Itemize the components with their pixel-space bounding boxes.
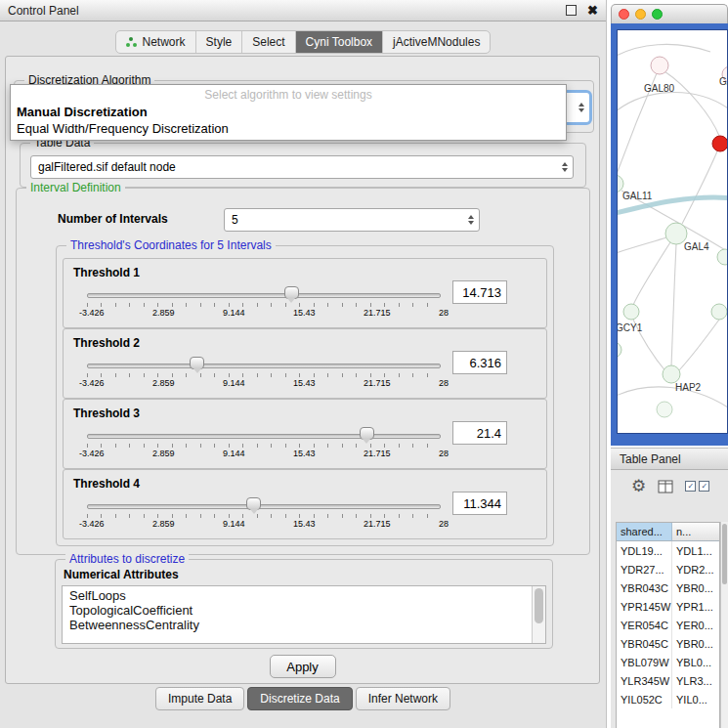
- table-row[interactable]: YDL19...YDL1...: [617, 541, 719, 560]
- table-cell[interactable]: YLR3...: [672, 671, 719, 690]
- slider-track[interactable]: [87, 504, 441, 509]
- scale-tick-label: 9.144: [223, 308, 245, 318]
- number-of-intervals-combobox[interactable]: 5: [224, 208, 480, 232]
- slider-thumb[interactable]: [190, 357, 204, 369]
- network-node[interactable]: [717, 249, 728, 265]
- column-layout-icon[interactable]: [658, 480, 673, 493]
- threshold-value-field[interactable]: 6.316: [452, 351, 507, 374]
- table-cell[interactable]: YDL1...: [672, 541, 719, 560]
- network-nodes: GAL80GAGAL11GAL4GCY1HAP2: [618, 57, 728, 417]
- gear-icon[interactable]: ⚙: [631, 478, 646, 494]
- network-window-titlebar[interactable]: [611, 4, 728, 23]
- combobox-stepper-icon: [468, 215, 474, 225]
- table-cell[interactable]: YER0...: [672, 616, 719, 634]
- slider-ticks: [87, 514, 441, 518]
- table-row[interactable]: YPR145WYPR1...: [617, 597, 719, 616]
- close-traffic-light-icon[interactable]: [619, 9, 629, 20]
- scale-tick-label: 15.43: [293, 449, 316, 458]
- table-cell[interactable]: YBR043C: [617, 578, 672, 597]
- table-row[interactable]: YBR045CYBR0...: [617, 634, 719, 653]
- slider-track[interactable]: [87, 434, 441, 439]
- network-node-gcy1[interactable]: [623, 304, 639, 320]
- attributes-list-items: SelfLoopsTopologicalCoefficientBetweenne…: [63, 588, 545, 632]
- table-cell[interactable]: YPR1...: [672, 597, 719, 616]
- threshold-value-field[interactable]: 14.713: [452, 280, 507, 304]
- network-node[interactable]: [657, 402, 672, 417]
- threshold-slider[interactable]: -3.4262.8599.14415.4321.71528: [87, 355, 441, 392]
- tab-style[interactable]: Style: [195, 31, 242, 53]
- table-cell[interactable]: YIL0...: [672, 690, 719, 708]
- scrollbar-thumb[interactable]: [535, 588, 543, 623]
- network-node[interactable]: [618, 342, 621, 358]
- table-scrollbar[interactable]: [720, 522, 728, 728]
- network-node-hap2[interactable]: [663, 365, 680, 383]
- table-cell[interactable]: YBL079W: [617, 653, 672, 671]
- table-row[interactable]: YBR043CYBR0...: [617, 578, 719, 597]
- scale-tick-label: 21.715: [364, 378, 391, 388]
- slider-thumb[interactable]: [360, 427, 374, 440]
- table-data-combobox[interactable]: galFiltered.sif default node: [30, 155, 574, 179]
- attribute-item-selfloops[interactable]: SelfLoops: [69, 588, 545, 603]
- scale-tick-label: 9.144: [223, 449, 245, 458]
- table-cell[interactable]: YDR27...: [617, 560, 672, 578]
- tab-impute-data[interactable]: Impute Data: [155, 687, 244, 710]
- threshold-value-field[interactable]: 21.4: [452, 421, 507, 445]
- tab-discretize-data[interactable]: Discretize Data: [247, 687, 352, 710]
- threshold-slider[interactable]: -3.4262.8599.14415.4321.71528: [87, 425, 441, 462]
- slider-track[interactable]: [87, 364, 441, 368]
- table-cell[interactable]: YBR045C: [617, 634, 672, 653]
- slider-track[interactable]: [87, 293, 441, 298]
- table-row[interactable]: YBL079WYBL0...: [617, 653, 719, 671]
- network-node[interactable]: [712, 136, 728, 151]
- threshold-slider[interactable]: -3.4262.8599.14415.4321.71528: [87, 495, 441, 533]
- checkbox-icon[interactable]: ✓: [699, 481, 709, 492]
- table-panel-titlebar[interactable]: Table Panel: [611, 448, 728, 470]
- table-cell[interactable]: YBL0...: [672, 653, 719, 671]
- tab-select[interactable]: Select: [241, 31, 294, 53]
- column-header-n[interactable]: n...: [672, 523, 719, 541]
- threshold-value-field[interactable]: 11.344: [452, 492, 507, 515]
- network-edge: [633, 242, 670, 305]
- thresholds-group: Threshold's Coordinates for 5 Intervals …: [56, 245, 554, 546]
- float-window-icon[interactable]: [566, 5, 577, 16]
- network-canvas[interactable]: GAL80GAGAL11GAL4GCY1HAP2: [617, 29, 728, 434]
- slider-thumb[interactable]: [246, 497, 261, 510]
- algorithm-option-equal-width-frequency[interactable]: Equal Width/Frequency Discretization: [11, 120, 566, 137]
- apply-button[interactable]: Apply: [270, 655, 336, 678]
- zoom-traffic-light-icon[interactable]: [652, 9, 663, 20]
- scrollbar-thumb[interactable]: [722, 524, 727, 584]
- table-cell[interactable]: YPR145W: [617, 597, 672, 616]
- table-cell[interactable]: YIL052C: [617, 690, 672, 708]
- tab-jactivemnodules[interactable]: jActiveMNodules: [382, 31, 490, 53]
- minimize-traffic-light-icon[interactable]: [635, 9, 646, 20]
- tab-cyni-toolbox[interactable]: Cyni Toolbox: [295, 31, 382, 53]
- network-node-gal80[interactable]: [651, 57, 668, 74]
- close-icon[interactable]: ✖: [587, 4, 598, 17]
- threshold-group: Threshold 3 -3.4262.8599.14415.4321.7152…: [63, 399, 547, 469]
- attributes-list-scrollbar[interactable]: [532, 586, 545, 643]
- threshold-slider[interactable]: -3.4262.8599.14415.4321.71528: [87, 284, 441, 321]
- checkbox-icon[interactable]: ✓: [685, 481, 696, 492]
- column-header-shared[interactable]: shared...: [617, 523, 672, 541]
- table-cell[interactable]: YBR0...: [672, 578, 719, 597]
- table-cell[interactable]: YLR345W: [617, 671, 672, 690]
- thresholds-group-title: Threshold's Coordinates for 5 Intervals: [66, 238, 276, 252]
- table-row[interactable]: YIL052CYIL0...: [617, 690, 719, 708]
- threshold-label: Threshold 2: [73, 336, 140, 350]
- table-row[interactable]: YDR27...YDR2...: [617, 560, 719, 578]
- slider-thumb[interactable]: [284, 286, 299, 299]
- tab-network[interactable]: Network: [116, 31, 195, 53]
- network-node-label: GAL80: [644, 83, 675, 94]
- table-cell[interactable]: YDL19...: [617, 541, 672, 560]
- attribute-item-topologicalcoefficient[interactable]: TopologicalCoefficient: [69, 603, 545, 618]
- table-row[interactable]: YLR345WYLR3...: [617, 671, 719, 690]
- table-cell[interactable]: YDR2...: [672, 560, 719, 578]
- table-row[interactable]: YER054CYER0...: [617, 616, 719, 634]
- table-cell[interactable]: YBR0...: [672, 634, 719, 653]
- numerical-attributes-list[interactable]: SelfLoopsTopologicalCoefficientBetweenne…: [62, 585, 546, 644]
- tab-infer-network[interactable]: Infer Network: [356, 687, 450, 710]
- table-cell[interactable]: YER054C: [617, 616, 672, 634]
- network-node[interactable]: [711, 304, 727, 320]
- algorithm-option-manual-discretization[interactable]: Manual Discretization: [11, 104, 566, 120]
- attribute-item-betweennesscentrality[interactable]: BetweennessCentrality: [69, 618, 545, 632]
